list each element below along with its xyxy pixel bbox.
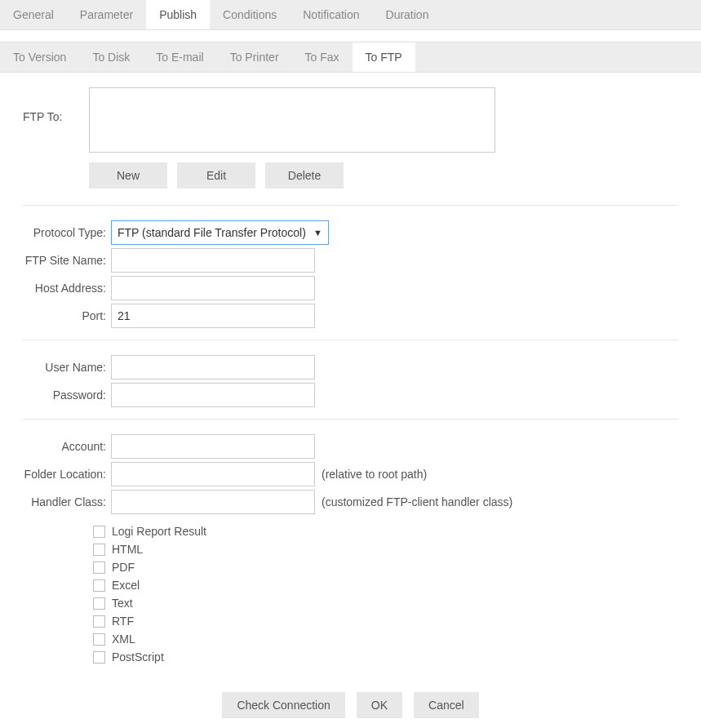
protocol-type-label: Protocol Type: xyxy=(23,226,111,239)
port-input[interactable] xyxy=(111,304,315,328)
account-label: Account: xyxy=(23,440,111,453)
checkbox-rtf[interactable] xyxy=(93,615,105,628)
checkbox-label-text: Text xyxy=(112,597,133,610)
handler-class-label: Handler Class: xyxy=(23,495,111,508)
checkbox-label-xml: XML xyxy=(112,633,135,646)
tab-to-fax[interactable]: To Fax xyxy=(292,42,353,72)
checkbox-label-pdf: PDF xyxy=(112,561,135,574)
tab-notification[interactable]: Notification xyxy=(290,0,372,29)
checkbox-label-postscript: PostScript xyxy=(112,650,164,664)
ftp-to-label: FTP To: xyxy=(23,87,89,123)
account-input[interactable] xyxy=(111,434,315,459)
protocol-type-select[interactable]: FTP (standard File Transfer Protocol) xyxy=(111,220,329,245)
tab-to-disk[interactable]: To Disk xyxy=(79,42,143,72)
check-connection-button[interactable]: Check Connection xyxy=(222,692,344,718)
checkbox-label-excel: Excel xyxy=(112,579,140,592)
tab-conditions[interactable]: Conditions xyxy=(210,0,290,29)
tab-parameter[interactable]: Parameter xyxy=(67,0,146,29)
checkbox-postscript[interactable] xyxy=(93,651,105,664)
tab-to-ftp[interactable]: To FTP xyxy=(353,42,415,72)
new-button[interactable]: New xyxy=(89,162,167,189)
ftp-site-name-input[interactable] xyxy=(111,248,315,273)
edit-button[interactable]: Edit xyxy=(177,162,255,189)
folder-location-input[interactable] xyxy=(111,462,315,486)
tab-to-printer[interactable]: To Printer xyxy=(217,42,292,72)
handler-class-input[interactable] xyxy=(111,490,315,514)
checkbox-pdf[interactable] xyxy=(93,562,105,574)
tab-to-version[interactable]: To Version xyxy=(0,42,79,72)
checkbox-text[interactable] xyxy=(93,597,105,610)
port-label: Port: xyxy=(23,309,111,322)
main-tab-bar: General Parameter Publish Conditions Not… xyxy=(0,0,701,30)
handler-class-hint: (customized FTP-client handler class) xyxy=(322,495,512,508)
cancel-button[interactable]: Cancel xyxy=(414,692,479,718)
ftp-site-name-label: FTP Site Name: xyxy=(23,254,111,267)
folder-location-label: Folder Location: xyxy=(23,468,111,481)
checkbox-html[interactable] xyxy=(93,544,105,556)
checkbox-label-rtf: RTF xyxy=(112,615,134,628)
checkbox-logi-report-result[interactable] xyxy=(93,526,105,538)
password-input[interactable] xyxy=(111,383,315,407)
checkbox-xml[interactable] xyxy=(93,633,105,646)
host-address-label: Host Address: xyxy=(23,282,111,295)
ftp-to-listbox[interactable] xyxy=(89,87,495,153)
folder-location-hint: (relative to root path) xyxy=(322,468,427,481)
delete-button[interactable]: Delete xyxy=(265,162,344,189)
host-address-input[interactable] xyxy=(111,276,315,300)
tab-publish[interactable]: Publish xyxy=(146,0,210,29)
user-name-label: User Name: xyxy=(23,361,111,374)
ok-button[interactable]: OK xyxy=(357,692,402,718)
user-name-input[interactable] xyxy=(111,355,315,380)
checkbox-label-html: HTML xyxy=(112,543,143,556)
content-area: FTP To: New Edit Delete Protocol Type: F… xyxy=(0,73,701,728)
checkbox-excel[interactable] xyxy=(93,579,105,592)
checkbox-label-logi-report-result: Logi Report Result xyxy=(112,525,206,538)
password-label: Password: xyxy=(23,388,111,402)
tab-to-email[interactable]: To E-mail xyxy=(143,42,216,72)
sub-tab-bar: To Version To Disk To E-mail To Printer … xyxy=(0,42,701,73)
tab-duration[interactable]: Duration xyxy=(373,0,442,29)
tab-general[interactable]: General xyxy=(0,0,67,29)
